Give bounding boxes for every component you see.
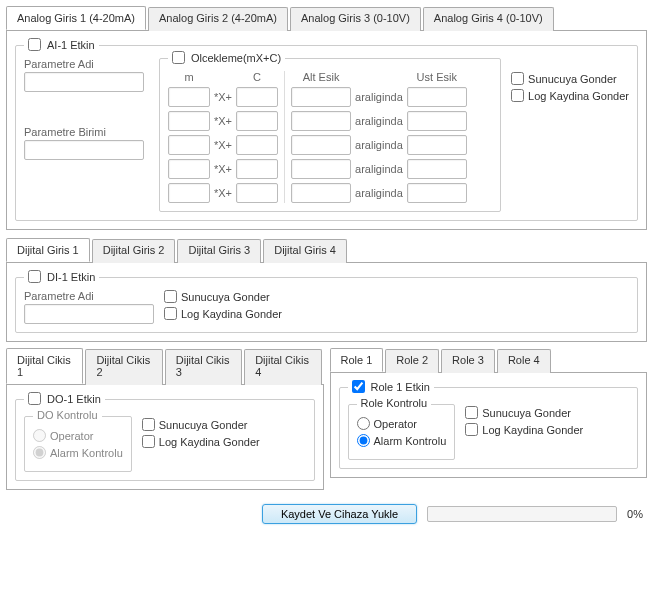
role-operator-radio[interactable] xyxy=(357,417,370,430)
di-enable-group: DI-1 Etkin Parametre Adi Sunucuya Gonder… xyxy=(15,277,638,333)
c-5[interactable] xyxy=(236,183,278,203)
do-operator-radio xyxy=(33,429,46,442)
role-sunucu-label: Sunucuya Gonder xyxy=(482,407,571,419)
ara-2: araliginda xyxy=(355,115,403,127)
m-2[interactable] xyxy=(168,111,210,131)
xplus-3: *X+ xyxy=(214,139,232,151)
di-log-label: Log Kaydina Gonder xyxy=(181,308,282,320)
analog-tab-4[interactable]: Analog Giris 4 (0-10V) xyxy=(423,7,554,31)
c-4[interactable] xyxy=(236,159,278,179)
footer: Kaydet Ve Cihaza Yukle 0% xyxy=(6,500,647,528)
di-enable-checkbox[interactable] xyxy=(28,270,41,283)
c-1[interactable] xyxy=(236,87,278,107)
ust-3[interactable] xyxy=(407,135,467,155)
do-tab-4[interactable]: Dijital Cikis 4 xyxy=(244,349,321,385)
do-alarm-label: Alarm Kontrolu xyxy=(50,447,123,459)
m-1[interactable] xyxy=(168,87,210,107)
xplus-4: *X+ xyxy=(214,163,232,175)
role-alarm-label: Alarm Kontrolu xyxy=(374,435,447,447)
xplus-2: *X+ xyxy=(214,115,232,127)
analog-sunucu-checkbox[interactable] xyxy=(511,72,524,85)
role-sunucu-checkbox[interactable] xyxy=(465,406,478,419)
analog-enable-group: AI-1 Etkin Parametre Adi Parametre Birim… xyxy=(15,45,638,221)
analog-tab-2[interactable]: Analog Giris 2 (4-20mA) xyxy=(148,7,288,31)
do-sunucu-checkbox[interactable] xyxy=(142,418,155,431)
ai-enable-label: AI-1 Etkin xyxy=(47,39,95,51)
do-tab-2[interactable]: Dijital Cikis 2 xyxy=(85,349,162,385)
progress-label: 0% xyxy=(627,508,643,520)
role-control-label: Role Kontrolu xyxy=(361,397,428,409)
ust-4[interactable] xyxy=(407,159,467,179)
ara-5: araliginda xyxy=(355,187,403,199)
do-tab-1[interactable]: Dijital Cikis 1 xyxy=(6,348,83,384)
analog-tab-3[interactable]: Analog Giris 3 (0-10V) xyxy=(290,7,421,31)
role-enable-checkbox[interactable] xyxy=(352,380,365,393)
xplus-1: *X+ xyxy=(214,91,232,103)
do-control-label: DO Kontrolu xyxy=(37,409,98,421)
do-tab-3[interactable]: Dijital Cikis 3 xyxy=(165,349,242,385)
role-tabs: Role 1 Role 2 Role 3 Role 4 xyxy=(330,348,648,373)
role-tab-1[interactable]: Role 1 xyxy=(330,348,384,372)
m-5[interactable] xyxy=(168,183,210,203)
do-operator-label: Operator xyxy=(50,430,93,442)
alt-1[interactable] xyxy=(291,87,351,107)
c-2[interactable] xyxy=(236,111,278,131)
ust-1[interactable] xyxy=(407,87,467,107)
param-name-label: Parametre Adi xyxy=(24,58,149,70)
di-param-name-input[interactable] xyxy=(24,304,154,324)
role-log-checkbox[interactable] xyxy=(465,423,478,436)
role-log-label: Log Kaydina Gonder xyxy=(482,424,583,436)
ara-1: araliginda xyxy=(355,91,403,103)
digital-out-tabs: Dijital Cikis 1 Dijital Cikis 2 Dijital … xyxy=(6,348,324,385)
di-tab-2[interactable]: Dijital Giris 2 xyxy=(92,239,176,263)
scaling-enable-checkbox[interactable] xyxy=(172,51,185,64)
analog-tab-1[interactable]: Analog Giris 1 (4-20mA) xyxy=(6,6,146,30)
ust-2[interactable] xyxy=(407,111,467,131)
di-param-name-label: Parametre Adi xyxy=(24,290,154,302)
ara-3: araliginda xyxy=(355,139,403,151)
role-tab-4[interactable]: Role 4 xyxy=(497,349,551,373)
progress-bar xyxy=(427,506,617,522)
alt-5[interactable] xyxy=(291,183,351,203)
col-ust: Ust Esik xyxy=(407,71,467,83)
col-m: m xyxy=(168,71,210,83)
di-tab-3[interactable]: Dijital Giris 3 xyxy=(177,239,261,263)
m-4[interactable] xyxy=(168,159,210,179)
col-alt: Alt Esik xyxy=(291,71,351,83)
param-name-input[interactable] xyxy=(24,72,144,92)
scaling-group: Olcekleme(mX+C) m C *X+ *X+ *X+ *X+ xyxy=(159,58,501,212)
analog-sunucu-label: Sunucuya Gonder xyxy=(528,73,617,85)
di-enable-label: DI-1 Etkin xyxy=(47,271,95,283)
analog-tabs: Analog Giris 1 (4-20mA) Analog Giris 2 (… xyxy=(6,6,647,31)
do-enable-checkbox[interactable] xyxy=(28,392,41,405)
analog-log-checkbox[interactable] xyxy=(511,89,524,102)
c-3[interactable] xyxy=(236,135,278,155)
param-unit-input[interactable] xyxy=(24,140,144,160)
save-button[interactable]: Kaydet Ve Cihaza Yukle xyxy=(262,504,417,524)
ust-5[interactable] xyxy=(407,183,467,203)
do-enable-group: DO-1 Etkin DO Kontrolu Operator Alarm Ko… xyxy=(15,399,315,481)
role-tab-2[interactable]: Role 2 xyxy=(385,349,439,373)
m-3[interactable] xyxy=(168,135,210,155)
role-control-group: Role Kontrolu Operator Alarm Kontrolu xyxy=(348,404,456,460)
ai-enable-checkbox[interactable] xyxy=(28,38,41,51)
digital-in-tabs: Dijital Giris 1 Dijital Giris 2 Dijital … xyxy=(6,238,647,263)
alt-3[interactable] xyxy=(291,135,351,155)
alt-2[interactable] xyxy=(291,111,351,131)
role-enable-label: Role 1 Etkin xyxy=(371,381,430,393)
alt-4[interactable] xyxy=(291,159,351,179)
do-alarm-radio xyxy=(33,446,46,459)
di-sunucu-label: Sunucuya Gonder xyxy=(181,291,270,303)
di-tab-4[interactable]: Dijital Giris 4 xyxy=(263,239,347,263)
analog-log-label: Log Kaydina Gonder xyxy=(528,90,629,102)
xplus-5: *X+ xyxy=(214,187,232,199)
role-alarm-radio[interactable] xyxy=(357,434,370,447)
di-tab-1[interactable]: Dijital Giris 1 xyxy=(6,238,90,262)
di-sunucu-checkbox[interactable] xyxy=(164,290,177,303)
do-log-checkbox[interactable] xyxy=(142,435,155,448)
di-log-checkbox[interactable] xyxy=(164,307,177,320)
ara-4: araliginda xyxy=(355,163,403,175)
role-enable-group: Role 1 Etkin Role Kontrolu Operator Alar… xyxy=(339,387,639,469)
role-tab-3[interactable]: Role 3 xyxy=(441,349,495,373)
do-control-group: DO Kontrolu Operator Alarm Kontrolu xyxy=(24,416,132,472)
